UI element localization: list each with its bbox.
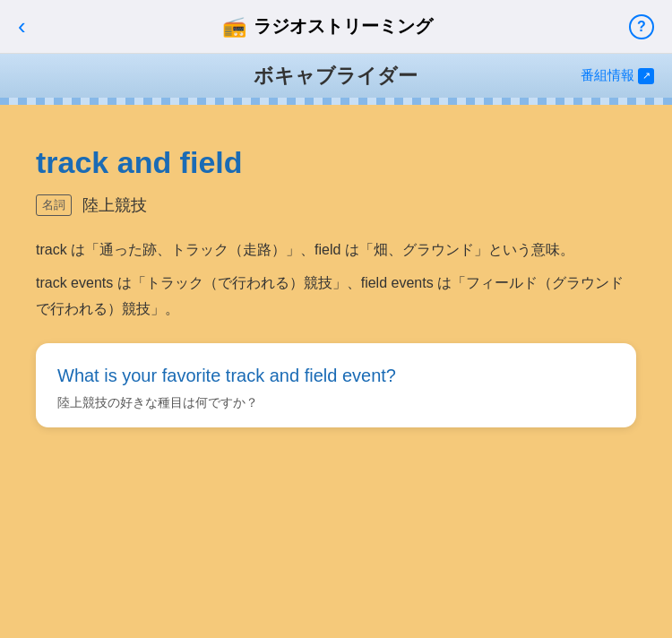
back-button[interactable]: ‹ xyxy=(18,13,26,40)
pos-translation: 陸上競技 xyxy=(82,194,147,216)
vocab-explanation-2: track events は「トラック（で行われる）競技」、field even… xyxy=(36,271,636,323)
program-info-label: 番組情報 xyxy=(581,67,634,84)
vocab-word: track and field xyxy=(36,145,636,180)
question-translation: 陸上競技の好きな種目は何ですか？ xyxy=(57,395,615,411)
sub-header: ボキャブライダー 番組情報 ↗ xyxy=(0,54,672,100)
question-text: What is your favorite track and field ev… xyxy=(57,363,615,388)
app-title: ラジオストリーミング xyxy=(254,14,433,39)
sub-header-title: ボキャブライダー xyxy=(90,63,581,90)
vocab-explanation-1: track は「通った跡、トラック（走路）」、field は「畑、グラウンド」と… xyxy=(36,237,636,263)
external-link-icon: ↗ xyxy=(638,68,654,84)
main-content: track and field 名詞 陸上競技 track は「通った跡、トラッ… xyxy=(0,100,672,530)
radio-emoji: 📻 xyxy=(222,15,246,39)
question-card: What is your favorite track and field ev… xyxy=(36,343,636,427)
header-title-group: 📻 ラジオストリーミング xyxy=(222,14,433,39)
pos-badge: 名詞 xyxy=(36,194,72,216)
vocab-pos-row: 名詞 陸上競技 xyxy=(36,194,636,216)
help-button[interactable]: ? xyxy=(629,14,654,39)
app-header: ‹ 📻 ラジオストリーミング ? xyxy=(0,0,672,54)
program-info-link[interactable]: 番組情報 ↗ xyxy=(581,67,654,84)
